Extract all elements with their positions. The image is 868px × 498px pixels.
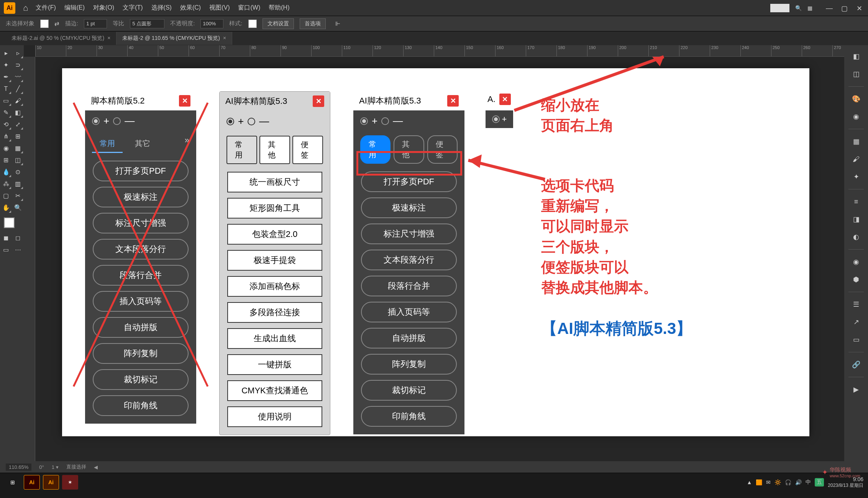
tab-other[interactable]: 其他 [259, 136, 290, 164]
zoom-tool[interactable]: 🔍 [12, 202, 24, 214]
blend-tool[interactable]: ⊙ [12, 166, 24, 178]
rotate-tool[interactable]: ⟲ [0, 118, 12, 130]
asset-export-icon[interactable]: ↗ [849, 315, 863, 329]
script-button[interactable]: 极速标注 [361, 197, 457, 218]
close-button[interactable]: ✕ [179, 95, 190, 107]
script-button[interactable]: 文本段落分行 [361, 250, 457, 270]
layers-panel-icon[interactable]: ☰ [849, 297, 863, 312]
script-button[interactable]: 统一画板尺寸 [227, 172, 322, 192]
script-button[interactable]: 自动拼版 [361, 328, 457, 348]
taskbar-ai-icon-2[interactable]: Ai [43, 475, 59, 490]
script-button[interactable]: 极速手提袋 [227, 250, 322, 271]
radio-off-icon[interactable] [113, 117, 121, 125]
transparency-panel-icon[interactable]: ◐ [849, 230, 863, 244]
curvature-tool[interactable]: 〰 [12, 71, 24, 83]
rectangle-tool[interactable]: ▭ [0, 95, 12, 107]
tray-icon[interactable]: ▲ [747, 479, 752, 485]
tab-close-icon[interactable]: × [223, 35, 226, 41]
script-button[interactable]: 多段路径连接 [227, 302, 322, 323]
radio-on-icon[interactable] [226, 118, 234, 125]
script-button[interactable]: 自动拼版 [93, 317, 189, 338]
radio-on-icon[interactable] [360, 117, 368, 125]
scale-tool[interactable]: ⤢ [12, 118, 24, 130]
swatches-panel-icon[interactable]: ▦ [849, 134, 863, 149]
color-mode[interactable]: ◼ [0, 232, 12, 244]
close-button[interactable]: ✕ [313, 95, 324, 107]
eraser-tool[interactable]: ◧ [12, 107, 24, 118]
arrange-icon[interactable]: ▦ [807, 5, 812, 11]
brush-tool[interactable]: 🖌 [12, 95, 24, 107]
draw-mode[interactable]: ◻ [12, 232, 24, 244]
libraries-panel-icon[interactable]: ◫ [849, 67, 863, 81]
script-button[interactable]: 文本段落分行 [93, 239, 189, 260]
start-button[interactable]: ⊞ [5, 475, 21, 490]
lasso-tool[interactable]: ⊃ [12, 59, 24, 71]
eyedropper-tool[interactable]: 💧 [0, 166, 12, 178]
script-button[interactable]: 添加画稿色标 [227, 276, 322, 297]
script-button[interactable]: 插入页码等 [93, 291, 189, 312]
script-button[interactable]: 阵列复制 [93, 343, 189, 364]
swap-icon[interactable]: ⇄ [54, 20, 59, 27]
home-icon[interactable]: ⌂ [23, 3, 28, 13]
color-panel-icon[interactable]: 🎨 [849, 92, 863, 106]
brushes-panel-icon[interactable]: 🖌 [849, 152, 863, 166]
menu-view[interactable]: 视图(V) [209, 4, 230, 12]
gradient-panel-icon[interactable]: ◨ [849, 212, 863, 227]
width-tool[interactable]: ⋔ [0, 130, 12, 142]
graphic-styles-icon[interactable]: ⬢ [849, 272, 863, 287]
ime-indicator[interactable]: 中 [806, 479, 811, 486]
menu-help[interactable]: 帮助(H) [269, 4, 289, 12]
script-button[interactable]: CMYK查找潘通色 [227, 380, 322, 401]
hand-tool[interactable]: ✋ [0, 202, 12, 214]
script-button[interactable]: 插入页码等 [361, 302, 457, 322]
chevron-right-icon[interactable]: » [185, 135, 189, 153]
tray-icon[interactable]: ✉ [766, 479, 771, 485]
script-button[interactable]: 使用说明 [227, 406, 322, 427]
tray-icon[interactable]: 🔆 [774, 479, 781, 485]
tab-common[interactable]: 常用 [92, 135, 123, 153]
script-button[interactable]: 印前角线 [93, 395, 189, 416]
tab-notes[interactable]: 便签 [292, 136, 323, 164]
menu-select[interactable]: 选择(S) [151, 4, 172, 12]
line-tool[interactable]: ╱ [12, 83, 24, 95]
mesh-tool[interactable]: ⊞ [0, 154, 12, 166]
style-swatch[interactable] [248, 20, 257, 28]
appearance-panel-icon[interactable]: ◉ [849, 255, 863, 269]
volume-icon[interactable]: 🔊 [795, 479, 802, 485]
top-search-mini[interactable] [770, 4, 789, 12]
brush-input[interactable] [130, 19, 164, 28]
input-indicator[interactable]: 五 [815, 478, 824, 486]
script-button[interactable]: 打开多页PDF [93, 161, 189, 181]
edit-toolbar[interactable]: ⋯ [12, 244, 24, 256]
graph-tool[interactable]: ▥ [12, 178, 24, 190]
stroke-panel-icon[interactable]: ≡ [849, 194, 863, 209]
menu-edit[interactable]: 编辑(E) [64, 4, 85, 12]
script-button[interactable]: 裁切标记 [93, 369, 189, 390]
tab-other[interactable]: 其它 [127, 135, 158, 153]
color-guide-icon[interactable]: ◉ [849, 109, 863, 124]
script-button[interactable]: 阵列复制 [361, 354, 457, 375]
script-button[interactable]: 生成出血线 [227, 328, 322, 349]
symbol-sprayer-tool[interactable]: ⁂ [0, 178, 12, 190]
opacity-input[interactable] [200, 19, 223, 28]
script-button[interactable]: 段落行合并 [361, 276, 457, 296]
links-panel-icon[interactable]: 🔗 [849, 357, 863, 372]
script-button[interactable]: 印前角线 [361, 406, 457, 427]
search-icon[interactable]: 🔍 [795, 5, 802, 11]
pen-tool[interactable]: ✒ [0, 71, 12, 83]
symbols-panel-icon[interactable]: ✦ [849, 169, 863, 184]
close-button[interactable]: ✕ [447, 95, 459, 107]
fill-swatch[interactable] [40, 20, 49, 28]
artboards-panel-icon[interactable]: ▭ [849, 332, 863, 347]
minimize-icon[interactable]: — [826, 4, 834, 12]
scrollbar-left-icon[interactable]: ◀ [94, 464, 98, 470]
gradient-tool[interactable]: ◫ [12, 154, 24, 166]
shaper-tool[interactable]: ✎ [0, 107, 12, 118]
script-button[interactable]: 一键拼版 [227, 354, 322, 375]
script-button[interactable]: 裁切标记 [361, 380, 457, 401]
mini-panel[interactable]: + [486, 110, 513, 128]
free-transform-tool[interactable]: ⊞ [12, 130, 24, 142]
close-button[interactable]: ✕ [499, 94, 511, 105]
stroke-width-input[interactable] [84, 19, 107, 28]
radio-on-icon[interactable] [492, 115, 500, 123]
